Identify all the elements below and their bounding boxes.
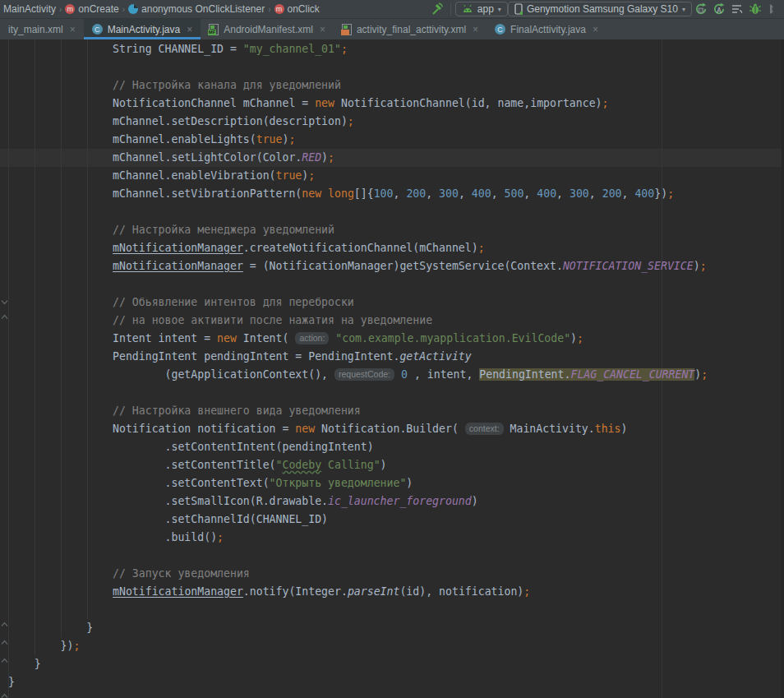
code-editor[interactable]: String CHANNEL_ID = "my_channel_01"; // … (0, 39, 784, 698)
code-line[interactable]: // Настройка канала для уведомлений (8, 76, 784, 95)
code-line[interactable]: mNotificationManager.notify(Integer.pars… (8, 583, 784, 601)
code-line[interactable]: .setContentTitle("Codeby Calling") (8, 456, 784, 474)
close-icon[interactable]: × (591, 24, 598, 35)
code-token: new (302, 187, 321, 200)
code-line[interactable] (8, 275, 784, 294)
debug-icon[interactable] (749, 2, 762, 16)
code-line[interactable]: mNotificationManager.createNotificationC… (8, 239, 784, 257)
code-token (8, 585, 113, 598)
code-line[interactable] (8, 384, 784, 402)
code-line[interactable]: .setChannelId(CHANNEL_ID) (8, 511, 784, 529)
code-line[interactable]: PendingIntent pendingIntent = PendingInt… (8, 348, 784, 366)
code-token: ; (341, 43, 348, 55)
breadcrumb-class[interactable]: MainActivity (2, 3, 58, 15)
breadcrumb-oncreate[interactable]: m onCreate (63, 3, 120, 15)
breadcrumb-onclick[interactable]: m onClick (273, 3, 321, 15)
code-token: , (556, 187, 570, 200)
fold-end-icon[interactable] (1, 658, 8, 663)
code-line[interactable]: mChannel.enableLights(true); (8, 131, 784, 149)
code-line[interactable]: .setSmallIcon(R.drawable.ic_launcher_for… (8, 492, 784, 511)
fold-expand-icon[interactable] (1, 314, 8, 320)
close-icon[interactable]: × (318, 24, 325, 35)
close-icon[interactable]: × (471, 24, 478, 35)
code-token: Notification notification = (8, 423, 295, 435)
tab-finalacttivity-java[interactable]: C FinalActtivity.java × (487, 19, 606, 39)
code-token: PendingIntent. (479, 368, 570, 381)
profile-icon[interactable] (767, 2, 780, 16)
close-icon[interactable]: × (68, 24, 76, 35)
code-line[interactable]: // на новое активити после нажатия на ув… (8, 312, 784, 330)
code-line[interactable]: // Запуск уведомления (8, 565, 784, 583)
tab-label: activity_final_acttivity.xml (357, 24, 466, 35)
code-line[interactable]: .setContentText("Открыть уведомление") (8, 474, 784, 492)
code-token: } (8, 658, 41, 670)
code-token: ; (73, 640, 80, 652)
profiler-icon[interactable] (731, 2, 744, 16)
code-token: []{ (354, 187, 374, 200)
rerun-icon[interactable] (694, 2, 708, 16)
code-token: MainActivity. (504, 423, 595, 435)
close-icon[interactable]: × (185, 24, 192, 35)
code-token: }) (8, 640, 73, 652)
run-configuration-select[interactable]: app ▾ (455, 2, 508, 16)
code-token: 300 (439, 187, 459, 200)
code-token: ; (577, 332, 583, 344)
code-token: 300 (570, 187, 589, 200)
code-token: ) (694, 260, 700, 272)
fold-end-icon[interactable] (1, 640, 8, 645)
code-token: FLAG_CANCEL_CURRENT (570, 368, 694, 381)
code-line[interactable] (8, 58, 784, 76)
code-token: ; (217, 531, 224, 543)
code-line[interactable]: Intent intent = new Intent( action: "com… (8, 330, 784, 348)
tab-activity-final-acttivity-xml[interactable]: activity_final_acttivity.xml × (334, 19, 487, 39)
method-icon: m (65, 4, 75, 14)
code-line[interactable]: } (8, 619, 784, 637)
java-class-icon: C (92, 24, 103, 35)
tab-activity-main-xml[interactable]: ity_main.xml × (0, 19, 84, 39)
code-line[interactable]: mChannel.setVibrationPattern(new long[]{… (8, 185, 784, 203)
fold-end-icon[interactable] (1, 622, 8, 627)
code-token: ; (348, 115, 354, 127)
code-area[interactable]: String CHANNEL_ID = "my_channel_01"; // … (8, 40, 784, 691)
code-line[interactable]: // Настройка менеджера уведомлений (8, 221, 784, 239)
code-line[interactable]: String CHANNEL_ID = "my_channel_01"; (8, 40, 784, 58)
apply-code-changes-icon[interactable]: A (713, 2, 726, 16)
code-token: "com.example.myapplication.EvilCode" (335, 332, 570, 344)
code-line[interactable] (8, 547, 784, 565)
tab-androidmanifest-xml[interactable]: MF AndroidManifest.xml × (201, 19, 334, 39)
fold-end-icon[interactable] (1, 693, 8, 698)
code-line[interactable]: NotificationChannel mChannel = new Notif… (8, 95, 784, 113)
svg-text:A: A (717, 7, 722, 15)
code-line[interactable]: mChannel.setDescription(description); (8, 113, 784, 131)
inlay-hint: requestCode: (334, 368, 394, 381)
code-line[interactable]: } (8, 655, 784, 673)
code-line[interactable]: }); (8, 637, 784, 655)
device-select[interactable]: Genymotion Samsung Galaxy S10▾ (508, 2, 692, 16)
anonymous-class-icon (128, 4, 138, 14)
code-line[interactable]: // Настройка внешнего вида уведомления (8, 402, 784, 420)
code-token: // Настройка внешнего вида уведомления (8, 404, 361, 417)
code-line[interactable]: } (8, 673, 784, 691)
code-line[interactable] (8, 601, 784, 619)
code-token: ; (288, 133, 295, 146)
code-token: // на новое активити после нажатия на ув… (8, 314, 432, 326)
code-token: .setSmallIcon(R.drawable. (8, 495, 328, 507)
code-token: ; (667, 187, 674, 200)
code-line[interactable]: mChannel.setLightColor(Color.RED); (8, 149, 784, 167)
code-line[interactable]: mNotificationManager = (NotificationMana… (8, 257, 784, 275)
code-token: 200 (406, 187, 426, 200)
code-line[interactable]: .build(); (8, 529, 784, 547)
fold-collapse-icon[interactable] (1, 299, 8, 305)
code-line[interactable]: (getApplicationContext(), requestCode: 0… (8, 366, 784, 384)
layout-file-icon (342, 24, 352, 35)
code-line[interactable] (8, 203, 784, 221)
breadcrumb-anonymous-class[interactable]: anonymous OnClickListener (127, 3, 266, 15)
code-line[interactable]: // Обьявление интентов для переброски (8, 294, 784, 312)
code-line[interactable]: .setContentIntent(pendingIntent) (8, 438, 784, 456)
hammer-icon[interactable] (431, 2, 444, 16)
code-token: ic_launcher_foreground (328, 495, 472, 507)
code-line[interactable]: mChannel.enableVibration(true); (8, 167, 784, 185)
inlay-hint: action: (295, 332, 329, 344)
tab-mainactivity-java[interactable]: C MainActivity.java × (84, 19, 201, 39)
code-line[interactable]: Notification notification = new Notifica… (8, 420, 784, 438)
